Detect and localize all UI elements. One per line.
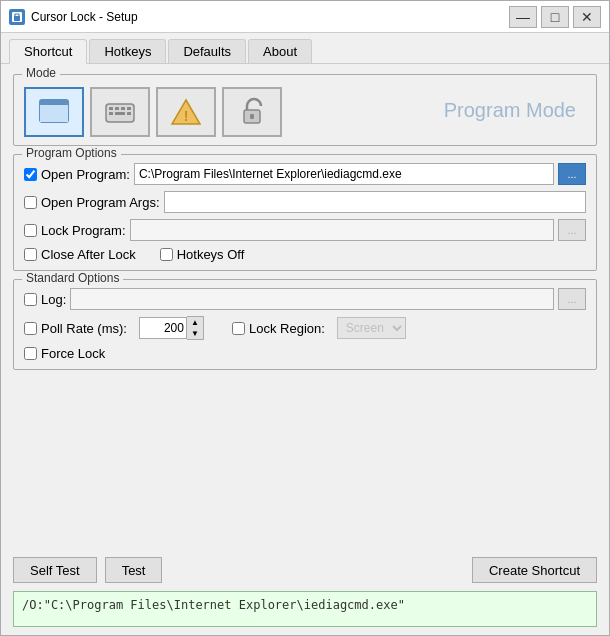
lock-region-select[interactable]: Screen: [337, 317, 406, 339]
output-box: /O:"C:\Program Files\Internet Explorer\i…: [13, 591, 597, 627]
close-button[interactable]: ✕: [573, 6, 601, 28]
open-program-row: Open Program: ...: [24, 163, 586, 185]
open-program-checkbox[interactable]: [24, 168, 37, 181]
output-text: /O:"C:\Program Files\Internet Explorer\i…: [22, 598, 405, 612]
mode-keyboard-button[interactable]: [90, 87, 150, 137]
mode-warning-button[interactable]: !: [156, 87, 216, 137]
poll-rate-down-button[interactable]: ▼: [187, 328, 203, 339]
open-program-input[interactable]: [134, 163, 554, 185]
open-program-args-label: Open Program Args:: [24, 195, 160, 210]
window-title: Cursor Lock - Setup: [31, 10, 509, 24]
tab-shortcut[interactable]: Shortcut: [9, 39, 87, 64]
tab-defaults[interactable]: Defaults: [168, 39, 246, 63]
title-bar: Cursor Lock - Setup — □ ✕: [1, 1, 609, 33]
minimize-button[interactable]: —: [509, 6, 537, 28]
svg-rect-4: [40, 100, 68, 105]
open-program-args-checkbox[interactable]: [24, 196, 37, 209]
svg-rect-5: [40, 105, 68, 122]
poll-rate-input[interactable]: [139, 317, 187, 339]
mode-buttons: !: [24, 87, 282, 137]
svg-rect-8: [115, 107, 119, 110]
standard-options-label: Standard Options: [22, 271, 123, 285]
svg-rect-10: [127, 107, 131, 110]
tab-about[interactable]: About: [248, 39, 312, 63]
standard-options-section: Standard Options Log: ... Poll Rate (ms)…: [13, 279, 597, 370]
svg-rect-17: [250, 114, 254, 119]
mode-unlock-button[interactable]: [222, 87, 282, 137]
mode-section: Mode: [13, 74, 597, 146]
svg-rect-13: [127, 112, 131, 115]
maximize-button[interactable]: □: [541, 6, 569, 28]
lock-program-row: Lock Program: ...: [24, 219, 586, 241]
poll-lock-row: Poll Rate (ms): ▲ ▼ Lock Region: Screen: [24, 316, 586, 340]
force-lock-checkbox[interactable]: [24, 347, 37, 360]
main-window: Cursor Lock - Setup — □ ✕ Shortcut Hotke…: [0, 0, 610, 636]
svg-rect-11: [109, 112, 113, 115]
tab-hotkeys[interactable]: Hotkeys: [89, 39, 166, 63]
main-content: Mode: [1, 64, 609, 549]
log-checkbox[interactable]: [24, 293, 37, 306]
lock-region-label: Lock Region:: [232, 321, 325, 336]
hotkeys-off-label: Hotkeys Off: [160, 247, 245, 262]
force-lock-row: Force Lock: [24, 346, 586, 361]
open-program-browse-button[interactable]: ...: [558, 163, 586, 185]
close-hotkeys-row: Close After Lock Hotkeys Off: [24, 247, 586, 262]
log-row: Log: ...: [24, 288, 586, 310]
app-icon: [9, 9, 25, 25]
lock-program-input[interactable]: [130, 219, 554, 241]
lock-region-checkbox[interactable]: [232, 322, 245, 335]
tab-bar: Shortcut Hotkeys Defaults About: [1, 33, 609, 64]
create-shortcut-button[interactable]: Create Shortcut: [472, 557, 597, 583]
open-program-label: Open Program:: [24, 167, 130, 182]
lock-program-label: Lock Program:: [24, 223, 126, 238]
window-controls: — □ ✕: [509, 6, 601, 28]
mode-section-label: Mode: [22, 66, 60, 80]
svg-text:!: !: [184, 108, 189, 124]
test-button[interactable]: Test: [105, 557, 163, 583]
log-browse-button[interactable]: ...: [558, 288, 586, 310]
open-program-args-row: Open Program Args:: [24, 191, 586, 213]
close-after-lock-checkbox[interactable]: [24, 248, 37, 261]
svg-rect-12: [115, 112, 125, 115]
poll-rate-checkbox[interactable]: [24, 322, 37, 335]
program-mode-label: Program Mode: [444, 99, 586, 122]
log-input[interactable]: [70, 288, 554, 310]
poll-rate-spinner-buttons: ▲ ▼: [187, 316, 204, 340]
log-label: Log:: [24, 292, 66, 307]
mode-window-button[interactable]: [24, 87, 84, 137]
close-after-lock-label: Close After Lock: [24, 247, 136, 262]
svg-rect-9: [121, 107, 125, 110]
lock-program-browse-button[interactable]: ...: [558, 219, 586, 241]
svg-rect-7: [109, 107, 113, 110]
poll-rate-label: Poll Rate (ms):: [24, 321, 127, 336]
poll-rate-spinner: ▲ ▼: [139, 316, 204, 340]
program-options-label: Program Options: [22, 146, 121, 160]
force-lock-label: Force Lock: [24, 346, 105, 361]
program-options-section: Program Options Open Program: ... Open P…: [13, 154, 597, 271]
hotkeys-off-checkbox[interactable]: [160, 248, 173, 261]
lock-program-checkbox[interactable]: [24, 224, 37, 237]
mode-row: ! Program Mode: [24, 83, 586, 137]
poll-rate-up-button[interactable]: ▲: [187, 317, 203, 328]
self-test-button[interactable]: Self Test: [13, 557, 97, 583]
bottom-bar: Self Test Test Create Shortcut: [1, 549, 609, 591]
open-program-args-input[interactable]: [164, 191, 587, 213]
